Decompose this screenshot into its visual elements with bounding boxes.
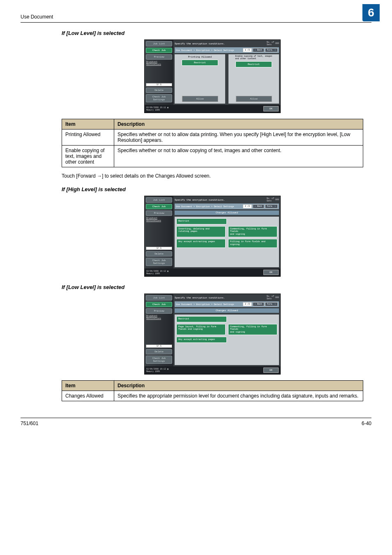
table-row: Specifies whether or not to allow data p… [114,130,363,146]
chapter-badge: 6 [362,4,380,21]
job-list-button[interactable]: Job List [146,295,172,301]
crumb-path: Use Document > Encryption > Detail Setti… [176,49,234,52]
table-row: Enable copying of text, images and other… [62,146,114,167]
back-button[interactable]: ← Back [253,204,264,208]
section-title-low1: If [Low Level] is selected [62,30,363,36]
delete-button[interactable]: Delete [146,88,172,93]
ok-button[interactable]: OK [263,368,279,373]
instruction-text: Specify the encryption conditions. [175,199,225,201]
table-row: Specifies whether or not to allow copyin… [114,146,363,167]
restrict-button-2[interactable]: Restrict [235,61,272,67]
option-commenting[interactable]: Commenting, filling in form fields and s… [228,324,277,335]
back-button[interactable]: ← Back [253,48,264,52]
check-job-button[interactable]: Check Job [146,204,172,209]
header-breadcrumb: Use Document [21,14,53,20]
preview-button[interactable]: Preview [146,308,172,314]
delete-button[interactable]: Delete [146,349,172,354]
broadcast-label: Broadcast Destinations [146,61,172,66]
page-indicator: 1 /2 [243,48,252,52]
ui-screenshot-low-level-1: Job List Check Job Preview Broadcast Des… [144,39,281,113]
page-mini: 1/ 1 [146,83,172,86]
ok-button[interactable]: OK [263,270,279,275]
allow-button-2[interactable]: Allow [235,96,272,102]
allow-button-1[interactable]: Allow [182,96,218,102]
footer-page: 6-40 [362,421,371,426]
th-desc: Description [114,119,363,130]
section-title-low2: If [Low Level] is selected [62,284,363,290]
instruction-text: Specify the encryption conditions. [175,42,225,45]
back-button[interactable]: ← Back [253,302,264,306]
check-job-button[interactable]: Check Job [146,302,172,307]
th-item: Item [62,119,114,130]
preview-button[interactable]: Preview [146,210,172,216]
page-indicator: 2 /2 [243,302,252,306]
footer-memory: Memory 100% [146,370,160,373]
table-row: Printing Allowed [62,130,114,146]
option-insert-delete[interactable]: Inserting, deleting and rotating pages [176,226,226,238]
ui-screenshot-low-level-2: Job List Check Job Preview Broadcast Des… [144,294,281,375]
option-commenting[interactable]: Commenting, filling in form fields and s… [228,226,277,238]
ok-button[interactable]: OK [263,106,279,111]
description-table-2: Item Description Changes Allowed Specifi… [62,380,363,401]
ui-screenshot-high-level: Job List Check Job Preview Broadcast Des… [144,196,281,277]
sets-label: No. of Sets [267,295,274,300]
sets-value: 800 [275,199,279,201]
th-item: Item [62,381,114,391]
option-form-fields[interactable]: Filling in form fields and signing [228,239,277,247]
footer-memory: Memory 100% [146,109,160,111]
page-indicator: 2 /2 [243,204,252,208]
sets-value: 800 [275,42,279,45]
instruction-text: Specify the encryption conditions. [175,296,225,299]
sets-label: No. of Sets [267,41,274,46]
sets-label: No. of Sets [267,197,274,202]
option-restrict[interactable]: Restrict [176,218,227,224]
footer-memory: Memory 100% [146,273,160,275]
check-job-settings-button[interactable]: Check Job Settings [146,94,172,102]
option-page-layout[interactable]: Page layout, filling in form fields and … [176,324,226,335]
body-text-forward: Touch [Forward →] to select details on t… [62,173,363,179]
col-head-copying: Enable copying of text, images and other… [233,54,274,61]
option-restrict[interactable]: Restrict [176,316,227,322]
check-job-settings-button[interactable]: Check Job Settings [146,258,172,266]
description-table-1: Item Description Printing Allowed Specif… [62,119,363,167]
th-desc: Description [114,381,363,391]
crumb-path: Use Document > Encryption > Detail Setti… [176,303,234,306]
forward-button[interactable]: Forw. → [265,204,278,208]
option-any-except[interactable]: Any except extracting pages [176,337,227,343]
section-title-high: If [High Level] is selected [62,186,363,192]
table-row: Changes Allowed [62,391,114,401]
page-mini: 1/ 1 [146,247,172,250]
table-row: Specifies the appropriate permission lev… [114,391,363,401]
page-mini: 1/ 1 [146,345,172,348]
delete-button[interactable]: Delete [146,251,172,257]
footer-model: 751/601 [21,421,38,426]
broadcast-label: Broadcast Destinations [146,315,172,320]
broadcast-label: Broadcast Destinations [146,217,172,222]
changes-allowed-bar: Changes Allowed [175,308,279,313]
sets-value: 800 [275,296,279,299]
changes-allowed-bar: Changes Allowed [175,210,279,215]
restrict-button-1[interactable]: Restrict [182,60,218,66]
check-job-button[interactable]: Check Job [146,48,172,53]
col-head-printing: Printing Allowed [187,54,213,60]
job-list-button[interactable]: Job List [146,41,172,46]
check-job-settings-button[interactable]: Check Job Settings [146,356,172,364]
job-list-button[interactable]: Job List [146,197,172,203]
option-any-except[interactable]: Any except extracting pages [176,239,226,247]
forward-button[interactable]: Forw. → [265,302,278,306]
forward-button[interactable]: Forw. → [265,48,278,52]
preview-button[interactable]: Preview [146,54,172,60]
crumb-path: Use Document > Encryption > Detail Setti… [176,205,234,208]
